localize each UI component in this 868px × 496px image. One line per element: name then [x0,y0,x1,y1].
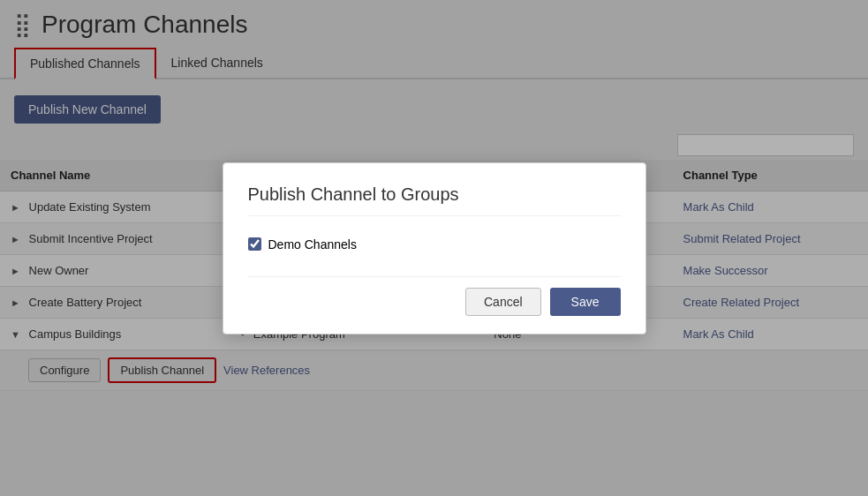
modal-overlay: Publish Channel to Groups Demo Channels … [0,0,868,496]
modal-title: Publish Channel to Groups [248,184,621,216]
publish-channel-modal: Publish Channel to Groups Demo Channels … [223,162,646,334]
modal-body: Demo Channels [248,230,621,259]
demo-channels-checkbox[interactable] [248,237,261,251]
modal-footer: Cancel Save [248,276,621,316]
save-button[interactable]: Save [550,288,621,316]
demo-channels-label: Demo Channels [268,237,357,252]
demo-channels-checkbox-row: Demo Channels [248,230,621,259]
cancel-button[interactable]: Cancel [465,288,541,316]
